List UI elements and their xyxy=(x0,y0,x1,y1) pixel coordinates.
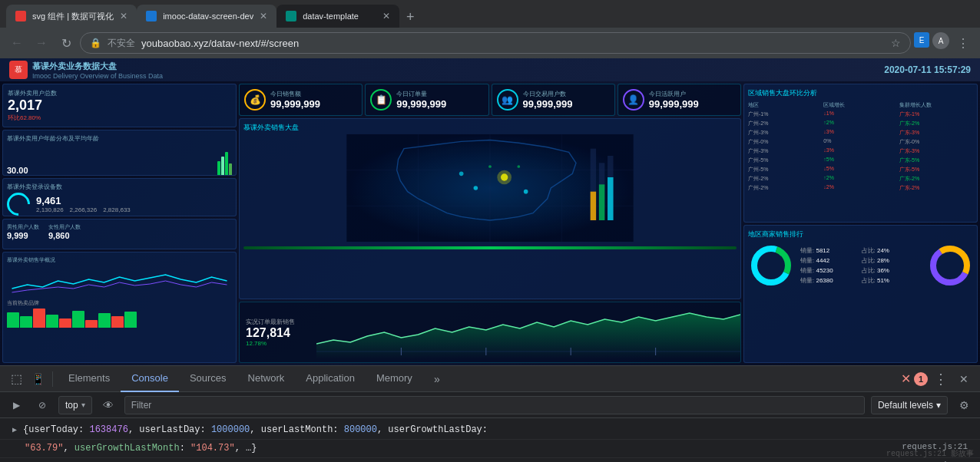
refresh-button[interactable]: ↻ xyxy=(55,32,77,54)
stat-sales: 💰 今日销售额 99,999,999 xyxy=(239,84,363,116)
console-stop-btn[interactable]: ⊘ xyxy=(32,395,52,415)
devtools-panel: ⬚ 📱 Elements Console Sources Network App… xyxy=(0,365,980,462)
stat-info-users: 今日交易用户数 99,999,999 xyxy=(523,90,610,110)
svg-point-2 xyxy=(497,170,512,185)
not-secure-label: 不安全 xyxy=(108,37,135,50)
stat-icon-orders: 📋 xyxy=(370,89,392,111)
console-toolbar: ▶ ⊘ top ▾ 👁 Filter Default levels ▾ ⚙ xyxy=(0,392,980,418)
map-container: 慕课外卖销售大盘 xyxy=(239,118,741,299)
profile-btn[interactable]: A xyxy=(932,32,949,49)
tab-svg[interactable]: svg 组件 | 数据可视化 ✕ xyxy=(6,5,137,28)
tab-close-datav[interactable]: ✕ xyxy=(382,11,390,21)
devtools-tabs: Elements Console Sources Network Applica… xyxy=(58,366,899,392)
bottom-stat-change: 12.78% xyxy=(246,340,310,347)
tab-console[interactable]: Console xyxy=(121,366,179,392)
extensions-btn[interactable]: E xyxy=(914,32,929,48)
tab-favicon-datav xyxy=(286,11,296,21)
bottom-chart: 实况订单最新销售 127,814 12.78% xyxy=(239,302,741,363)
svg-point-4 xyxy=(524,190,528,194)
right-ranking: 地区商家销售排行 销量: 581 xyxy=(743,225,978,364)
stat-icon-active: 👤 xyxy=(623,89,644,111)
dash-datetime: 2020-07-11 15:57:29 xyxy=(884,64,971,75)
left-stat-label: 慕课外卖用户总数 xyxy=(8,89,231,97)
devtools-more-btn[interactable]: ⋮ xyxy=(931,369,951,389)
content-area: 慕 慕课外卖业务数据大盘 Imooc Delivery Overview of … xyxy=(0,58,980,365)
new-tab-button[interactable]: + xyxy=(399,6,421,28)
map-section: 慕课外卖销售大盘 xyxy=(239,118,741,299)
tab-application[interactable]: Application xyxy=(295,366,366,392)
dash-center: 💰 今日销售额 99,999,999 📋 今日订单量 99,999,999 xyxy=(239,84,741,363)
tab-close-imooc[interactable]: ✕ xyxy=(260,11,267,21)
console-source-1: request.js:21 xyxy=(902,442,968,451)
browser-window: svg 组件 | 数据可视化 ✕ imooc-datav-screen-dev … xyxy=(0,0,980,462)
dash-left-stat: 慕课外卖用户总数 2,017 环比62.80% xyxy=(2,84,237,127)
error-badge: ✕ 1 xyxy=(901,371,928,386)
stat-users: 👥 今日交易用户数 99,999,999 xyxy=(492,84,615,116)
stats-row: 💰 今日销售额 99,999,999 📋 今日订单量 99,999,999 xyxy=(239,84,741,116)
devtools-close-btn[interactable]: ✕ xyxy=(954,369,974,389)
dash-left: 慕课外卖用户总数 2,017 环比62.80% 慕课外卖用户年龄分布及平均年龄 … xyxy=(2,84,237,363)
levels-label: Default levels xyxy=(878,400,933,411)
chevron-down-icon: ▾ xyxy=(81,401,85,409)
tab-title-imooc: imooc-datav-screen-dev xyxy=(163,12,253,21)
devtools-inspect-btn[interactable]: ⬚ xyxy=(6,369,26,389)
console-levels-select[interactable]: Default levels ▾ xyxy=(871,396,948,414)
error-count: 1 xyxy=(914,372,928,386)
nav-bar: ← → ↻ 🔒 不安全 youbaobao.xyz/datav-next/#/s… xyxy=(0,28,980,58)
console-text-1b: "63.79", userGrowthLastMonth: "104.73", … xyxy=(25,442,257,455)
tab-imooc[interactable]: imooc-datav-screen-dev ✕ xyxy=(137,5,276,28)
tab-elements[interactable]: Elements xyxy=(58,366,121,392)
tab-memory[interactable]: Memory xyxy=(366,366,423,392)
stat-orders: 📋 今日订单量 99,999,999 xyxy=(365,84,488,116)
bottom-stat-value: 127,814 xyxy=(246,326,310,340)
forward-button[interactable]: → xyxy=(31,32,52,54)
stat-label-orders: 今日订单量 xyxy=(396,90,483,98)
dash-subtitle: Imooc Delivery Overview of Business Data xyxy=(32,72,163,80)
console-play-btn[interactable]: ▶ xyxy=(6,395,26,415)
console-context-label: top xyxy=(65,400,78,411)
stat-label-active: 今日活跃用户 xyxy=(649,90,736,98)
error-x-icon: ✕ xyxy=(901,371,911,386)
stat-value-orders: 99,999,999 xyxy=(396,98,483,110)
stat-active: 👤 今日活跃用户 99,999,999 xyxy=(617,84,741,116)
tab-overflow-btn[interactable]: » xyxy=(426,368,448,390)
dash-logo-icon: 慕 xyxy=(9,61,28,79)
svg-point-7 xyxy=(517,165,520,168)
bar-chart xyxy=(7,309,232,328)
stat-info-orders: 今日订单量 99,999,999 xyxy=(396,90,483,110)
tab-bar: svg 组件 | 数据可视化 ✕ imooc-datav-screen-dev … xyxy=(0,0,980,28)
dash-header: 慕 慕课外卖业务数据大盘 Imooc Delivery Overview of … xyxy=(0,58,980,81)
tab-network[interactable]: Network xyxy=(237,366,296,392)
dash-trend: 慕课外卖销售学概况 当前热卖品牌 xyxy=(2,252,237,363)
right-title2: 地区商家销售排行 xyxy=(748,229,973,239)
menu-btn[interactable]: ⋮ xyxy=(952,32,974,54)
console-eye-btn[interactable]: 👁 xyxy=(98,395,118,415)
console-filter-input[interactable]: Filter xyxy=(124,396,865,414)
arrow-icon-1[interactable]: ▶ xyxy=(12,425,17,434)
star-icon[interactable]: ☆ xyxy=(891,37,901,49)
dash-user-chart: 慕课外卖用户年龄分布及平均年龄 30.00 xyxy=(2,130,237,176)
console-line-1b: "63.79", userGrowthLastMonth: "104.73", … xyxy=(0,440,980,458)
svg-point-5 xyxy=(459,172,464,177)
console-context-select[interactable]: top ▾ xyxy=(58,396,92,414)
stat-value-active: 99,999,999 xyxy=(649,98,736,110)
stat-icon-sales: 💰 xyxy=(244,89,266,111)
levels-arrow-icon: ▾ xyxy=(936,400,941,411)
tab-close-svg[interactable]: ✕ xyxy=(120,11,127,21)
stat-label-sales: 今日销售额 xyxy=(270,90,357,98)
devtools-toolbar: ⬚ 📱 Elements Console Sources Network App… xyxy=(0,366,980,392)
devtools-device-btn[interactable]: 📱 xyxy=(28,369,48,389)
tab-datav[interactable]: datav-template ✕ xyxy=(276,5,399,28)
tab-sources[interactable]: Sources xyxy=(179,366,237,392)
console-gear-btn[interactable]: ⚙ xyxy=(954,395,974,415)
dash-right: 区域销售大盘环比分析 地区区域增长集群增长人数 广州-1%↓1%广东-1% 广州… xyxy=(743,84,978,363)
address-bar[interactable]: 🔒 不安全 youbaobao.xyz/datav-next/#/screen … xyxy=(80,32,911,54)
stat-value-users: 99,999,999 xyxy=(523,98,610,110)
left-stat-value: 2,017 xyxy=(8,97,231,114)
back-button[interactable]: ← xyxy=(6,32,28,54)
dash-body: 慕课外卖用户总数 2,017 环比62.80% 慕课外卖用户年龄分布及平均年龄 … xyxy=(0,81,980,365)
map-title: 慕课外卖销售大盘 xyxy=(243,123,737,133)
stat-info-sales: 今日销售额 99,999,999 xyxy=(270,90,357,110)
address-text: youbaobao.xyz/datav-next/#/screen xyxy=(141,38,885,49)
console-line-2: ▶ {userToday: 1638554, userLastDay: 8000… xyxy=(0,458,980,462)
